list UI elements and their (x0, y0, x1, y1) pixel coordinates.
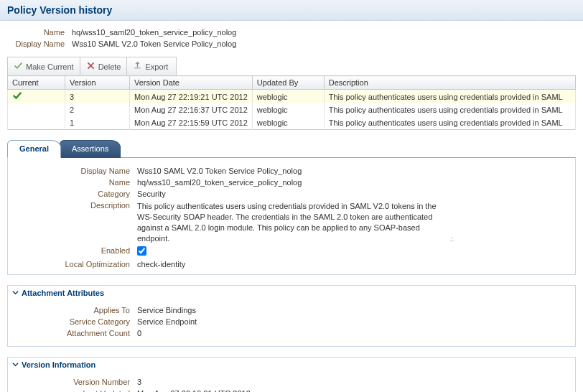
summary-display-name-label: Display Name (7, 39, 72, 48)
delete-button[interactable]: Delete (80, 57, 128, 75)
summary-name-label: Name (7, 28, 72, 37)
check-outline-icon (14, 61, 23, 72)
vi-lastupdated-label: Last Updated (15, 389, 137, 392)
col-description[interactable]: Description (324, 76, 575, 90)
gen-localopt-label: Local Optimization (15, 260, 137, 269)
gen-display-name-value: Wss10 SAML V2.0 Token Service Policy_nol… (137, 167, 568, 175)
cell-version: 2 (65, 103, 130, 116)
gen-enabled-value (137, 246, 568, 257)
toolbar: Make Current Delete Export (7, 57, 177, 75)
table-row[interactable]: 2Mon Aug 27 22:16:37 UTC 2012weblogicThi… (8, 103, 576, 116)
col-current[interactable]: Current (8, 76, 65, 90)
table-header-row: Current Version Version Date Updated By … (8, 76, 576, 90)
att-servicecat-label: Service Category (15, 317, 137, 326)
make-current-button[interactable]: Make Current (8, 57, 80, 75)
cell-updated-by: weblogic (252, 116, 324, 130)
cell-updated-by: weblogic (252, 90, 324, 104)
vi-lastupdated-value: Mon Aug 27 22:19:21 UTC 2012 (137, 389, 568, 392)
gen-enabled-label: Enabled (15, 246, 137, 257)
delete-icon (86, 61, 95, 72)
att-count-label: Attachment Count (15, 329, 137, 337)
att-count-value: 0 (137, 329, 568, 337)
cell-version: 1 (65, 116, 130, 130)
general-panel: Display Name Wss10 SAML V2.0 Token Servi… (7, 157, 576, 275)
cell-description: This policy authenticates users using cr… (324, 103, 575, 116)
resize-grip-icon[interactable]: .:: (449, 235, 453, 243)
att-appliesto-value: Service Bindings (137, 306, 568, 314)
gen-category-label: Category (15, 190, 137, 198)
version-info-title: Version Information (22, 360, 95, 369)
export-button[interactable]: Export (127, 57, 174, 75)
gen-display-name-label: Display Name (15, 167, 137, 175)
export-label: Export (145, 62, 168, 71)
gen-description-text: This policy authenticates users using cr… (137, 202, 437, 243)
make-current-label: Make Current (26, 62, 74, 71)
cell-updated-by: weblogic (252, 103, 324, 116)
cell-description: This policy authenticates users using cr… (324, 90, 575, 104)
gen-description-label: Description (15, 201, 137, 243)
cell-date: Mon Aug 27 22:16:37 UTC 2012 (130, 103, 253, 116)
summary-display-name-value: Wss10 SAML V2.0 Token Service Policy_nol… (72, 39, 576, 48)
cell-current (8, 103, 65, 116)
attachment-toggle[interactable]: Attachment Attributes (8, 286, 575, 300)
tab-general[interactable]: General (7, 140, 61, 158)
attachment-title: Attachment Attributes (22, 289, 104, 297)
gen-localopt-value: check-identity (137, 260, 568, 269)
version-table: Current Version Version Date Updated By … (7, 75, 576, 130)
table-row[interactable]: 3Mon Aug 27 22:19:21 UTC 2012weblogicThi… (8, 90, 576, 104)
version-info-section: Version Information Version Number 3 Las… (7, 357, 576, 392)
page-header: Policy Version history (0, 0, 583, 21)
vi-number-label: Version Number (15, 378, 137, 386)
version-info-toggle[interactable]: Version Information (8, 358, 575, 372)
summary-block: Name hq/wss10_saml20_token_service_polic… (0, 21, 583, 57)
chevron-down-icon (12, 360, 19, 369)
cell-date: Mon Aug 27 22:19:21 UTC 2012 (130, 90, 253, 104)
col-updated-by[interactable]: Updated By (252, 76, 324, 90)
att-appliesto-label: Applies To (15, 306, 137, 314)
table-row[interactable]: 1Mon Aug 27 22:15:59 UTC 2012weblogicThi… (8, 116, 576, 130)
gen-name-label: Name (15, 178, 137, 187)
cell-version: 3 (65, 90, 130, 104)
att-servicecat-value: Service Endpoint (137, 317, 568, 326)
cell-description: This policy authenticates users using cr… (324, 116, 575, 130)
col-version[interactable]: Version (65, 76, 130, 90)
gen-category-value: Security (137, 190, 568, 198)
delete-label: Delete (98, 62, 121, 71)
export-icon (133, 61, 142, 72)
cell-date: Mon Aug 27 22:15:59 UTC 2012 (130, 116, 253, 130)
chevron-down-icon (12, 289, 19, 297)
col-version-date[interactable]: Version Date (130, 76, 253, 90)
enabled-checkbox[interactable] (137, 246, 146, 256)
gen-name-value: hq/wss10_saml20_token_service_policy_nol… (137, 178, 568, 187)
vi-number-value: 3 (137, 378, 568, 386)
current-check-icon (12, 93, 22, 101)
tab-assertions[interactable]: Assertions (60, 140, 121, 158)
cell-current (8, 116, 65, 130)
attachment-section: Attachment Attributes Applies To Service… (7, 285, 576, 347)
page-title: Policy Version history (7, 4, 112, 16)
gen-description-value: This policy authenticates users using cr… (137, 201, 453, 243)
summary-name-value: hq/wss10_saml20_token_service_policy_nol… (72, 28, 576, 37)
tabstrip: General Assertions (7, 140, 576, 158)
cell-current (8, 90, 65, 104)
